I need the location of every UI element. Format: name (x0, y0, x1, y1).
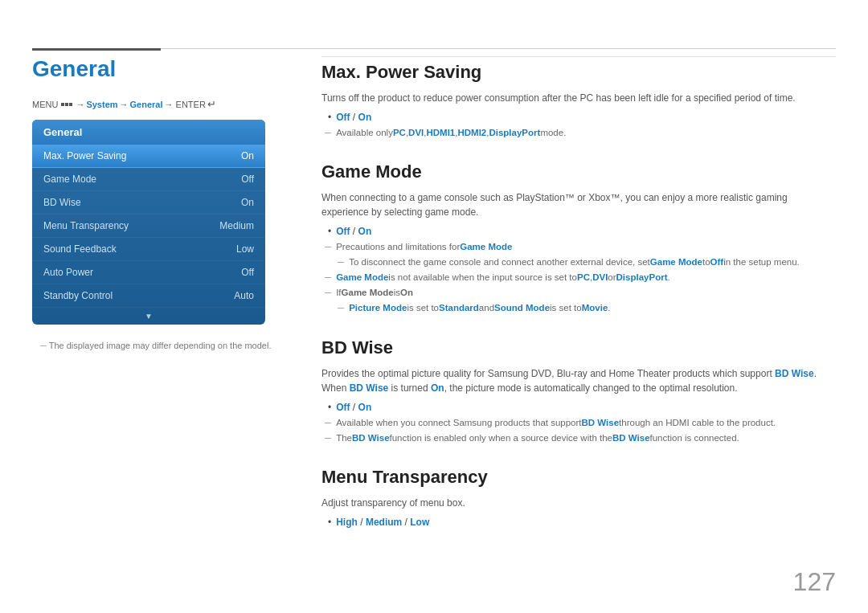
section-max-power-saving: Max. Power Saving Turns off the product … (321, 56, 836, 139)
note-precautions: Precautions and limitations for Game Mod… (325, 240, 836, 253)
sidebar-item-label: Sound Feedback (43, 243, 117, 255)
sidebar-item-value: Low (236, 243, 254, 255)
bullet-off-on: Off / On (328, 112, 836, 123)
sidebar-item-label: Auto Power (43, 267, 93, 278)
sidebar-item-bd-wise[interactable]: BD Wise On (32, 191, 265, 215)
menu-label: MENU (32, 100, 58, 109)
menu-path: MENU → System → General → ENTER ↵ (32, 98, 289, 110)
note-bd-function: The BD Wise function is enabled only whe… (325, 431, 836, 444)
sidebar-item-label: Max. Power Saving (43, 150, 126, 161)
section-title-bd-wise: BD Wise (321, 337, 836, 358)
section-desc-game-mode: When connecting to a game console such a… (321, 190, 836, 219)
sidebar-item-value: Medium (219, 220, 254, 231)
note-picture-mode: Picture Mode is set to Standard and Soun… (325, 301, 836, 314)
right-content: Max. Power Saving Turns off the product … (321, 56, 836, 550)
sidebar-item-label: Standby Control (43, 290, 113, 301)
section-title-max-power-saving: Max. Power Saving (321, 62, 836, 83)
enter-icon: ↵ (207, 98, 216, 110)
bullet-transparency-levels: High / Medium / Low (328, 517, 836, 528)
section-desc-max-power-saving: Turns off the product to reduce power co… (321, 91, 836, 105)
sidebar-item-value: Auto (234, 290, 254, 301)
general-link: General (130, 100, 163, 109)
section-game-mode: Game Mode When connecting to a game cons… (321, 161, 836, 314)
sidebar-header: General (32, 120, 265, 145)
bullet-bd-off-on: Off / On (328, 402, 836, 413)
sidebar-item-menu-transparency[interactable]: Menu Transparency Medium (32, 215, 265, 238)
system-link: System (86, 100, 117, 109)
sidebar-item-label: Game Mode (43, 174, 96, 185)
sidebar-item-value: On (241, 150, 254, 161)
page-title: General (32, 56, 289, 82)
sidebar-item-label: BD Wise (43, 197, 81, 208)
menu-icon (61, 103, 72, 106)
sidebar-item-game-mode[interactable]: Game Mode Off (32, 168, 265, 191)
sidebar-item-value: Off (241, 267, 254, 278)
sidebar-item-value: Off (241, 174, 254, 185)
note-not-available: Game Mode is not available when the inpu… (325, 271, 836, 284)
note-disconnect: To disconnect the game console and conne… (325, 255, 836, 268)
bullet-game-off-on: Off / On (328, 226, 836, 237)
section-title-game-mode: Game Mode (321, 161, 836, 182)
sidebar-scroll-down[interactable] (32, 308, 265, 325)
note-available-only: Available only PC, DVI, HDMI1, HDMI2, Di… (325, 126, 836, 139)
section-title-menu-transparency: Menu Transparency (321, 467, 836, 488)
page-number: 127 (793, 567, 836, 597)
section-divider (321, 56, 836, 57)
sidebar-item-value: On (241, 197, 254, 208)
sidebar-item-sound-feedback[interactable]: Sound Feedback Low (32, 238, 265, 261)
section-desc-bd-wise: Provides the optimal picture quality for… (321, 366, 836, 395)
note-bd-available: Available when you connect Samsung produ… (325, 416, 836, 429)
section-menu-transparency: Menu Transparency Adjust transparency of… (321, 467, 836, 528)
top-line-accent (32, 48, 161, 51)
sidebar-item-standby-control[interactable]: Standby Control Auto (32, 284, 265, 308)
section-bd-wise: BD Wise Provides the optimal picture qua… (321, 337, 836, 444)
note-if-game-on: If Game Mode is On (325, 286, 836, 299)
sidebar-item-max-power-saving[interactable]: Max. Power Saving On (32, 145, 265, 168)
section-desc-menu-transparency: Adjust transparency of menu box. (321, 496, 836, 510)
disclaimer: The displayed image may differ depending… (32, 341, 289, 350)
sidebar-item-auto-power[interactable]: Auto Power Off (32, 261, 265, 284)
sidebar-menu: General Max. Power Saving On Game Mode O… (32, 120, 265, 325)
left-panel: General MENU → System → General → ENTER … (32, 56, 289, 350)
sidebar-item-label: Menu Transparency (43, 220, 129, 231)
